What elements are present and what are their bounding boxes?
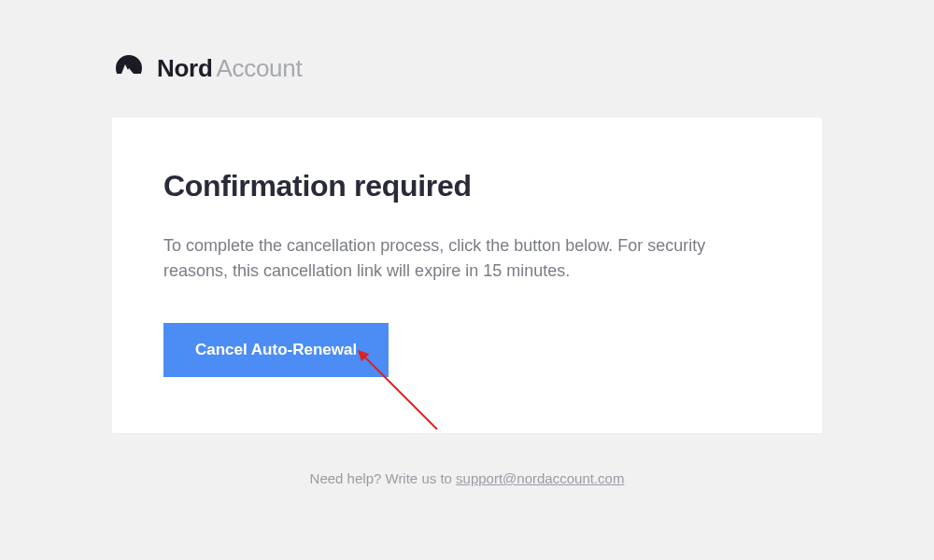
cancel-auto-renewal-button[interactable]: Cancel Auto-Renewal xyxy=(163,323,389,377)
brand-name-bold: Nord xyxy=(157,54,212,82)
support-email-link[interactable]: support@nordaccount.com xyxy=(456,470,624,486)
brand-text: NordAccount xyxy=(157,54,302,83)
card-body-text: To complete the cancellation process, cl… xyxy=(163,233,771,284)
email-container: NordAccount Confirmation required To com… xyxy=(0,0,934,486)
confirmation-card: Confirmation required To complete the ca… xyxy=(112,118,822,433)
nord-logo-icon xyxy=(112,51,146,85)
card-title: Confirmation required xyxy=(163,169,771,203)
brand-name-light: Account xyxy=(216,54,302,82)
header: NordAccount xyxy=(112,51,822,85)
footer: Need help? Write us to support@nordaccou… xyxy=(112,470,822,486)
footer-prefix: Need help? Write us to xyxy=(310,470,456,486)
